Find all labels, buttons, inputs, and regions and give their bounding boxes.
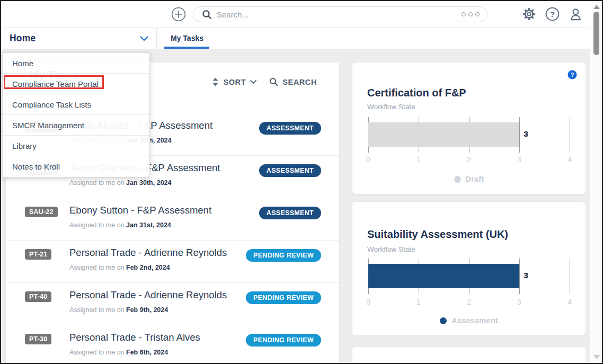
scrollbar-thumb[interactable]: [593, 12, 599, 55]
tick-line: [519, 117, 520, 153]
chart-bar-draft: [368, 122, 519, 147]
bar-value-label: 3: [524, 129, 528, 138]
task-row[interactable]: PT-40 Personal Trade - Adrienne Reynolds…: [6, 283, 339, 325]
menu-item-compliance-task-lists[interactable]: Compliance Task Lists: [3, 94, 149, 115]
chart-bar-assessment: [368, 264, 519, 288]
status-badge: ASSESSMENT: [259, 122, 321, 135]
chart-legend[interactable]: Draft: [352, 175, 586, 183]
task-row[interactable]: PT-30 Personal Trade - Tristan Alves Ass…: [6, 325, 339, 363]
legend-label: Assessment: [451, 316, 498, 325]
task-title: Personal Trade - Adrienne Reynolds: [69, 247, 227, 259]
task-title: Personal Trade - Adrienne Reynolds: [69, 289, 227, 301]
app-dropdown[interactable]: Home: [10, 33, 36, 44]
task-assigned-text: Assigned to me on Jan 30th, 2024: [69, 179, 171, 187]
status-badge: ASSESSMENT: [259, 164, 321, 177]
search-icon: [269, 77, 278, 86]
tick-line: [570, 259, 570, 294]
search-options-ellipsis-icon[interactable]: [462, 12, 480, 16]
gear-icon[interactable]: [522, 7, 536, 21]
status-badge: PENDING REVIEW: [246, 334, 321, 347]
sort-arrows-icon: [212, 77, 219, 86]
sort-label: SORT: [223, 78, 246, 86]
task-date: Feb 9th, 2024: [126, 306, 168, 314]
task-row[interactable]: SAU-22 Ebony Sutton - F&P Assessment Ass…: [6, 198, 339, 241]
sort-control[interactable]: SORT: [212, 77, 256, 86]
task-id-badge: PT-40: [25, 291, 51, 302]
menu-item-library[interactable]: Library: [3, 136, 149, 156]
chart-title: Certification of F&P: [367, 87, 466, 99]
legend-label: Draft: [466, 175, 484, 183]
menu-item-label: Compliance Team Portal: [12, 79, 99, 88]
task-date: Feb 2nd, 2024: [126, 264, 170, 271]
tick-line: [519, 259, 520, 294]
legend-dot: [454, 176, 461, 183]
status-badge: ASSESSMENT: [259, 207, 321, 219]
search-input[interactable]: [217, 10, 462, 19]
task-row[interactable]: PT-21 Personal Trade - Adrienne Reynolds…: [6, 241, 339, 283]
task-title: Ebony Sutton - F&P Assessment: [69, 205, 211, 216]
scroll-up-arrow-icon[interactable]: [593, 5, 600, 9]
task-assigned-text: Assigned to me on Feb 2nd, 2024: [69, 264, 170, 271]
nav-divider: [156, 28, 157, 49]
scroll-down-arrow-icon[interactable]: [593, 355, 600, 359]
task-id-badge: SAU-22: [25, 207, 58, 217]
help-icon[interactable]: ?: [545, 7, 560, 21]
chevron-down-icon[interactable]: [140, 36, 148, 41]
menu-item-compliance-team-portal[interactable]: Compliance Team Portal: [3, 74, 149, 94]
svg-text:?: ?: [550, 10, 555, 19]
task-assigned-text: Assigned to me on Feb 9th, 2024: [69, 306, 168, 314]
task-date: Feb 6th, 2024: [126, 349, 168, 356]
chart-subtitle: Workflow State: [367, 245, 415, 253]
chart-card-partial: [352, 347, 586, 363]
x-axis-labels: 0 1 2 3 4: [368, 298, 570, 306]
bar-value-label: 3: [524, 271, 528, 280]
task-id-badge: PT-30: [25, 334, 51, 344]
bar-chart: 3: [368, 117, 570, 153]
card-help-icon[interactable]: ?: [567, 70, 577, 79]
search-icon: [202, 10, 212, 20]
chart-card-suitability: Suitability Assessment (UK) Workflow Sta…: [352, 201, 586, 336]
create-plus-icon[interactable]: [171, 7, 186, 22]
status-badge: PENDING REVIEW: [246, 291, 321, 304]
chart-subtitle: Workflow State: [367, 103, 415, 111]
menu-item-notes-to-kroll[interactable]: Notes to Kroll: [3, 156, 149, 177]
vertical-scrollbar[interactable]: [591, 1, 602, 363]
status-badge: PENDING REVIEW: [246, 249, 321, 262]
chart-title: Suitability Assessment (UK): [367, 228, 508, 241]
task-date: Jan 30th, 2024: [126, 179, 171, 187]
search-label: SEARCH: [282, 78, 317, 86]
x-axis-labels: 0 1 2 3 4: [368, 155, 570, 164]
app-dropdown-menu: Home Compliance Team Portal Compliance T…: [2, 52, 150, 177]
task-title: Personal Trade - Tristan Alves: [69, 332, 200, 343]
active-tab-underline: [164, 47, 209, 49]
task-date: Jan 31st, 2024: [126, 221, 171, 229]
chart-legend[interactable]: Assessment: [352, 316, 586, 325]
tick-line: [570, 117, 570, 153]
user-icon[interactable]: [569, 7, 583, 21]
task-assigned-text: Assigned to me on Jan 31st, 2024: [69, 221, 171, 229]
legend-dot: [440, 317, 447, 324]
global-search-bar[interactable]: [193, 6, 487, 22]
tab-my-tasks[interactable]: My Tasks: [171, 34, 203, 42]
topbar-icon-group: ?: [522, 1, 583, 27]
svg-text:?: ?: [571, 72, 574, 78]
menu-item-home[interactable]: Home: [3, 53, 149, 74]
list-controls: SORT SEARCH: [212, 77, 317, 86]
chart-card-certification: ? Certification of F&P Workflow State 3 …: [352, 62, 586, 194]
top-bar: ?: [1, 1, 589, 28]
task-assigned-text: Assigned to me on Feb 6th, 2024: [69, 349, 168, 356]
nav-bar: Home My Tasks: [1, 28, 589, 49]
chevron-down-icon: [250, 80, 256, 84]
search-control[interactable]: SEARCH: [269, 77, 317, 86]
task-id-badge: PT-21: [25, 249, 51, 260]
app-window: ? Home My Tasks My Tasks: [0, 0, 603, 364]
bar-chart: 3: [368, 259, 570, 294]
menu-item-smcr-management[interactable]: SMCR Management: [3, 115, 149, 136]
